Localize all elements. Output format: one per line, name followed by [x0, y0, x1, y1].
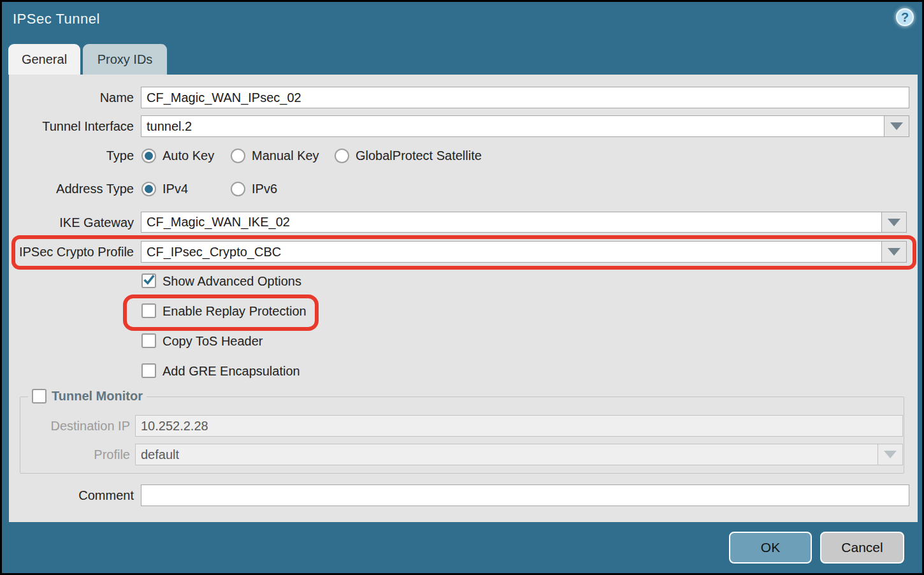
- type-label: Type: [8, 145, 134, 163]
- checkbox-copy-tos-header[interactable]: [141, 333, 156, 348]
- profile-dropdown: default: [135, 444, 903, 465]
- radio-ipv6[interactable]: [231, 182, 245, 196]
- checkbox-show-advanced-options-label[interactable]: Show Advanced Options: [162, 274, 301, 289]
- ok-button[interactable]: OK: [729, 532, 812, 564]
- destination-ip-label: Destination IP: [20, 415, 130, 437]
- radio-ipv4-label[interactable]: IPv4: [162, 182, 188, 196]
- dropdown-arrow-icon: [884, 451, 897, 458]
- ipsec-crypto-profile-dropdown-button[interactable]: [881, 242, 906, 262]
- checkmark-icon: [143, 273, 155, 287]
- ike-gateway-dropdown[interactable]: CF_Magic_WAN_IKE_02: [141, 212, 907, 233]
- destination-ip-input: [135, 415, 903, 437]
- checkbox-show-advanced-options[interactable]: [141, 273, 156, 288]
- cancel-button[interactable]: Cancel: [820, 532, 904, 564]
- radio-dot: [145, 185, 153, 193]
- tunnel-interface-dropdown[interactable]: tunnel.2: [141, 115, 909, 137]
- radio-globalprotect-satellite-label[interactable]: GlobalProtect Satellite: [356, 149, 482, 163]
- tunnel-monitor-legend: Tunnel Monitor: [28, 389, 147, 404]
- ipsec-crypto-profile-label: IPSec Crypto Profile: [8, 241, 134, 263]
- tunnel-interface-value: tunnel.2: [141, 116, 884, 136]
- tab-general-label: General: [22, 52, 67, 67]
- ipsec-tunnel-dialog: IPSec Tunnel ? General Proxy IDs Name Tu…: [0, 0, 924, 575]
- checkbox-enable-replay-protection-label[interactable]: Enable Replay Protection: [162, 304, 307, 319]
- dropdown-arrow-icon: [890, 122, 903, 130]
- checkbox-copy-tos-header-label[interactable]: Copy ToS Header: [162, 334, 263, 349]
- comment-input[interactable]: [141, 484, 909, 506]
- radio-dot: [145, 152, 153, 160]
- ike-gateway-value: CF_Magic_WAN_IKE_02: [141, 212, 881, 232]
- ike-gateway-dropdown-button[interactable]: [881, 212, 906, 232]
- dropdown-arrow-icon: [888, 219, 900, 226]
- tunnel-monitor-label[interactable]: Tunnel Monitor: [52, 389, 143, 404]
- profile-value: default: [136, 444, 877, 465]
- name-label: Name: [8, 87, 134, 108]
- ike-gateway-label: IKE Gateway: [8, 212, 134, 233]
- profile-label: Profile: [20, 444, 130, 465]
- ipsec-crypto-profile-dropdown[interactable]: CF_IPsec_Crypto_CBC: [141, 241, 907, 263]
- tab-proxy-ids-label: Proxy IDs: [97, 52, 153, 67]
- checkbox-add-gre-encapsulation-label[interactable]: Add GRE Encapsulation: [162, 364, 300, 379]
- help-icon[interactable]: ?: [896, 8, 914, 26]
- radio-manual-key-label[interactable]: Manual Key: [252, 149, 319, 163]
- radio-ipv4[interactable]: [141, 182, 156, 196]
- tunnel-monitor-group: Tunnel Monitor Destination IP Profile de…: [20, 397, 904, 474]
- radio-globalprotect-satellite[interactable]: [335, 149, 349, 163]
- checkbox-add-gre-encapsulation[interactable]: [141, 363, 156, 378]
- checkbox-enable-replay-protection[interactable]: [141, 303, 156, 318]
- address-type-label: Address Type: [8, 178, 134, 196]
- radio-manual-key[interactable]: [231, 149, 245, 163]
- tunnel-interface-label: Tunnel Interface: [8, 115, 134, 137]
- profile-dropdown-button: [877, 444, 902, 465]
- comment-label: Comment: [8, 484, 134, 506]
- tab-general[interactable]: General: [8, 44, 80, 75]
- ipsec-crypto-profile-value: CF_IPsec_Crypto_CBC: [141, 242, 881, 262]
- dropdown-arrow-icon: [888, 248, 900, 256]
- radio-ipv6-label[interactable]: IPv6: [252, 182, 277, 196]
- radio-auto-key-label[interactable]: Auto Key: [162, 149, 214, 163]
- tab-proxy-ids[interactable]: Proxy IDs: [83, 44, 167, 75]
- checkbox-tunnel-monitor[interactable]: [32, 389, 47, 404]
- name-input[interactable]: [141, 87, 909, 108]
- tunnel-interface-dropdown-button[interactable]: [884, 116, 909, 136]
- dialog-title: IPSec Tunnel: [13, 11, 100, 27]
- radio-auto-key[interactable]: [141, 149, 156, 163]
